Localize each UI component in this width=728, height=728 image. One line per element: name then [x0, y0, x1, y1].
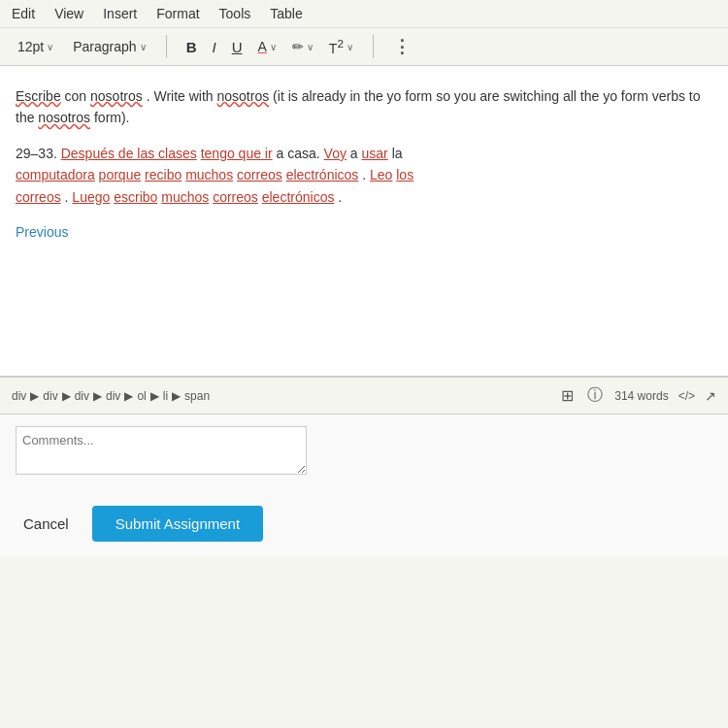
font-size-value: 12pt	[17, 39, 44, 54]
font-size-dropdown[interactable]: 12pt ∨	[12, 37, 59, 56]
code-view-label: </>	[678, 389, 695, 403]
porque-word: porque	[99, 167, 142, 182]
italic-button[interactable]: I	[206, 37, 221, 57]
electronicos-word-1: electrónicos	[286, 167, 359, 182]
grid-icon-button[interactable]: ⊞	[559, 384, 576, 407]
leo-word: Leo	[370, 167, 392, 182]
editor-area[interactable]: Escribe con nosotros . Write with nosotr…	[0, 66, 728, 377]
comments-section	[0, 414, 728, 490]
comments-input[interactable]	[16, 426, 307, 475]
escribe-word: Escribe	[16, 88, 61, 104]
breadcrumb-ol: ol	[137, 389, 146, 403]
word-count: 314 words	[614, 389, 668, 403]
action-buttons: Cancel Submit Assignment	[0, 490, 728, 557]
arrow-1: ▶	[30, 389, 39, 403]
breadcrumb-div-4: div	[106, 389, 120, 403]
status-right: ⊞ ⓘ 314 words </> ↗	[559, 383, 716, 408]
highlight-dropdown[interactable]: ✏ ∨	[286, 37, 319, 56]
highlight-chevron: ∨	[307, 42, 314, 52]
underline-button[interactable]: U	[226, 37, 248, 57]
breadcrumb-span: span	[184, 389, 210, 403]
status-bar: div ▶ div ▶ div ▶ div ▶ ol ▶ li ▶ span ⊞…	[0, 377, 728, 414]
recibo-word: recibo	[145, 167, 182, 182]
menu-table[interactable]: Table	[270, 6, 302, 21]
arrow-5: ▶	[150, 389, 159, 403]
menu-insert[interactable]: Insert	[103, 6, 137, 21]
despues-phrase: Después de las clases	[61, 146, 197, 161]
tengo-word: tengo que ir	[201, 146, 273, 161]
expand-icon: ↗	[705, 388, 716, 404]
more-options-button[interactable]: ⋮	[387, 34, 416, 59]
paragraph-chevron: ∨	[140, 42, 147, 52]
breadcrumb-div-3: div	[75, 389, 89, 403]
arrow-6: ▶	[172, 389, 181, 403]
menu-edit[interactable]: Edit	[12, 6, 35, 21]
nosotros-word-2: nosotros	[217, 88, 270, 104]
separator-1	[166, 35, 167, 58]
escribo-word: escribo	[114, 189, 157, 205]
paragraph-group: Paragraph ∨	[67, 37, 151, 56]
breadcrumb-li: li	[163, 389, 168, 403]
correos-word-2: correos	[16, 189, 61, 205]
bold-button[interactable]: B	[181, 37, 203, 57]
font-color-dropdown[interactable]: A ∨	[252, 37, 282, 56]
superscript-dropdown[interactable]: T2 ∨	[323, 35, 359, 58]
breadcrumb: div ▶ div ▶ div ▶ div ▶ ol ▶ li ▶ span	[12, 389, 210, 403]
nosotros-word-1: nosotros	[90, 88, 143, 104]
muchos-word-2: muchos	[161, 189, 209, 205]
toolbar: 12pt ∨ Paragraph ∨ B I U A ∨ ✏ ∨ T2 ∨ ⋮	[0, 28, 728, 66]
voy-word: Voy	[324, 146, 347, 161]
luego-word: Luego	[72, 189, 110, 205]
paragraph-dropdown[interactable]: Paragraph ∨	[67, 37, 151, 56]
previous-link[interactable]: Previous	[16, 224, 68, 240]
arrow-2: ▶	[62, 389, 71, 403]
highlight-icon: ✏	[292, 39, 304, 54]
paragraph-2: 29–33. Después de las clases tengo que i…	[16, 143, 712, 208]
muchos-word-1: muchos	[185, 167, 233, 182]
usar-word: usar	[362, 146, 388, 161]
correos-word-1: correos	[237, 167, 282, 182]
menu-view[interactable]: View	[54, 6, 83, 21]
paragraph-label: Paragraph	[73, 39, 136, 54]
cancel-button[interactable]: Cancel	[16, 512, 77, 536]
formatting-group: B I U A ∨ ✏ ∨ T2 ∨	[181, 35, 359, 58]
menu-bar: Edit View Insert Format Tools Table	[0, 0, 728, 28]
info-icon-button[interactable]: ⓘ	[585, 383, 605, 408]
menu-tools[interactable]: Tools	[219, 6, 251, 21]
superscript-label: T2	[329, 37, 344, 56]
separator-2	[373, 35, 374, 58]
font-size-group: 12pt ∨	[12, 37, 59, 56]
submit-assignment-button[interactable]: Submit Assignment	[92, 506, 263, 542]
menu-format[interactable]: Format	[156, 6, 199, 21]
font-size-chevron: ∨	[47, 42, 53, 52]
font-color-label: A	[258, 39, 267, 54]
editor-content: Escribe con nosotros . Write with nosotr…	[16, 85, 712, 243]
computadora-word: computadora	[16, 167, 95, 182]
breadcrumb-div-1: div	[12, 389, 26, 403]
nosotros-word-3: nosotros	[38, 110, 90, 125]
correos-word-3: correos	[213, 189, 258, 205]
electronicos-word-2: electrónicos	[262, 189, 335, 205]
paragraph-1: Escribe con nosotros . Write with nosotr…	[16, 85, 712, 129]
font-color-chevron: ∨	[270, 42, 277, 52]
los-word: los	[396, 167, 414, 182]
superscript-chevron: ∨	[347, 42, 353, 52]
breadcrumb-div-2: div	[43, 389, 57, 403]
arrow-3: ▶	[93, 389, 102, 403]
arrow-4: ▶	[124, 389, 133, 403]
